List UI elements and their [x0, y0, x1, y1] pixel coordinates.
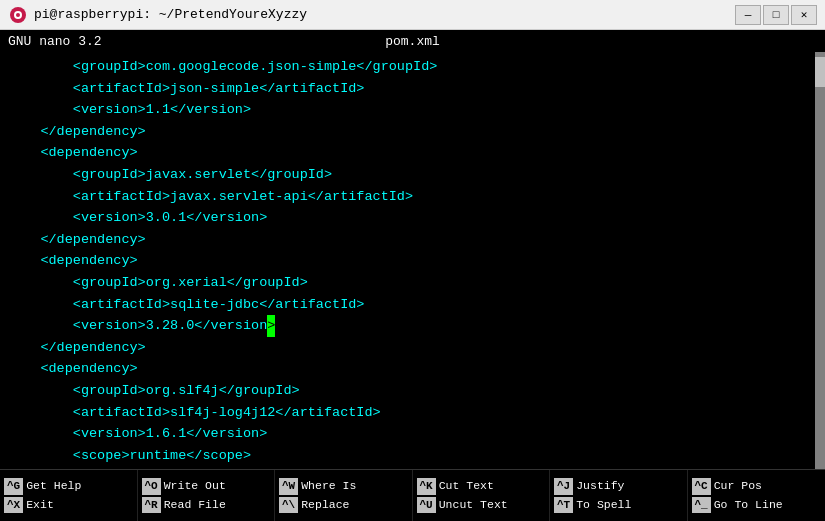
line-5: <dependency>: [0, 142, 815, 164]
key-ctrl-underscore: ^_: [692, 497, 711, 513]
key-ctrl-o: ^O: [142, 478, 161, 494]
line-17: <artifactId>slf4j-log4j12</artifactId>: [0, 402, 815, 424]
shortcut-cut: ^K Cut Text ^U Uncut Text: [413, 470, 551, 521]
uncut-label: Uncut Text: [439, 497, 508, 513]
nano-header: GNU nano 3.2 pom.xml: [0, 30, 825, 52]
replace-label: Replace: [301, 497, 349, 513]
shortcut-curpos: ^C Cur Pos ^_ Go To Line: [688, 470, 826, 521]
scrollbar-thumb[interactable]: [815, 57, 825, 87]
main-area: <groupId>com.googlecode.json-simple</gro…: [0, 52, 825, 469]
key-ctrl-backslash: ^\: [279, 497, 298, 513]
minimize-button[interactable]: —: [735, 5, 761, 25]
key-ctrl-k: ^K: [417, 478, 436, 494]
text-cursor: >: [267, 315, 275, 337]
line-1: <groupId>com.googlecode.json-simple</gro…: [0, 56, 815, 78]
key-ctrl-c: ^C: [692, 478, 711, 494]
key-ctrl-t: ^T: [554, 497, 573, 513]
line-19: <scope>runtime</scope>: [0, 445, 815, 467]
write-label: Write Out: [164, 478, 226, 494]
key-ctrl-x: ^X: [4, 497, 23, 513]
key-ctrl-g: ^G: [4, 478, 23, 494]
window-title: pi@raspberrypi: ~/PretendYoureXyzzy: [34, 7, 307, 22]
key-ctrl-w: ^W: [279, 478, 298, 494]
line-4: </dependency>: [0, 121, 815, 143]
key-ctrl-j: ^J: [554, 478, 573, 494]
curpos-label: Cur Pos: [714, 478, 762, 494]
line-3: <version>1.1</version>: [0, 99, 815, 121]
line-6: <groupId>javax.servlet</groupId>: [0, 164, 815, 186]
close-button[interactable]: ✕: [791, 5, 817, 25]
editor-area[interactable]: <groupId>com.googlecode.json-simple</gro…: [0, 52, 815, 469]
whereis-label: Where Is: [301, 478, 356, 494]
line-13: <version>3.28.0</version>: [0, 315, 815, 337]
exit-label: Exit: [26, 497, 54, 513]
title-left: pi@raspberrypi: ~/PretendYoureXyzzy: [8, 5, 307, 25]
nano-version: GNU nano 3.2: [8, 34, 102, 49]
shortcut-write: ^O Write Out ^R Read File: [138, 470, 276, 521]
line-18: <version>1.6.1</version>: [0, 423, 815, 445]
title-controls: — □ ✕: [735, 5, 817, 25]
line-12: <artifactId>sqlite-jdbc</artifactId>: [0, 294, 815, 316]
tospell-label: To Spell: [576, 497, 631, 513]
line-8: <version>3.0.1</version>: [0, 207, 815, 229]
line-14: </dependency>: [0, 337, 815, 359]
line-16: <groupId>org.slf4j</groupId>: [0, 380, 815, 402]
cut-label: Cut Text: [439, 478, 494, 494]
justify-label: Justify: [576, 478, 624, 494]
shortcut-help: ^G Get Help ^X Exit: [0, 470, 138, 521]
shortcut-justify: ^J Justify ^T To Spell: [550, 470, 688, 521]
line-11: <groupId>org.xerial</groupId>: [0, 272, 815, 294]
scrollbar[interactable]: [815, 52, 825, 469]
help-label: Get Help: [26, 478, 81, 494]
line-7: <artifactId>javax.servlet-api</artifactI…: [0, 186, 815, 208]
line-2: <artifactId>json-simple</artifactId>: [0, 78, 815, 100]
read-label: Read File: [164, 497, 226, 513]
raspberry-pi-icon: [8, 5, 28, 25]
key-ctrl-r: ^R: [142, 497, 161, 513]
shortcuts-bar: ^G Get Help ^X Exit ^O Write Out ^R Read…: [0, 469, 825, 521]
line-10: <dependency>: [0, 250, 815, 272]
maximize-button[interactable]: □: [763, 5, 789, 25]
title-bar: pi@raspberrypi: ~/PretendYoureXyzzy — □ …: [0, 0, 825, 30]
key-ctrl-u: ^U: [417, 497, 436, 513]
line-9: </dependency>: [0, 229, 815, 251]
line-15: <dependency>: [0, 358, 815, 380]
gotoline-label: Go To Line: [714, 497, 783, 513]
filename: pom.xml: [385, 34, 440, 49]
shortcut-search: ^W Where Is ^\ Replace: [275, 470, 413, 521]
editor-content: <groupId>com.googlecode.json-simple</gro…: [0, 52, 815, 469]
svg-point-2: [16, 13, 20, 17]
